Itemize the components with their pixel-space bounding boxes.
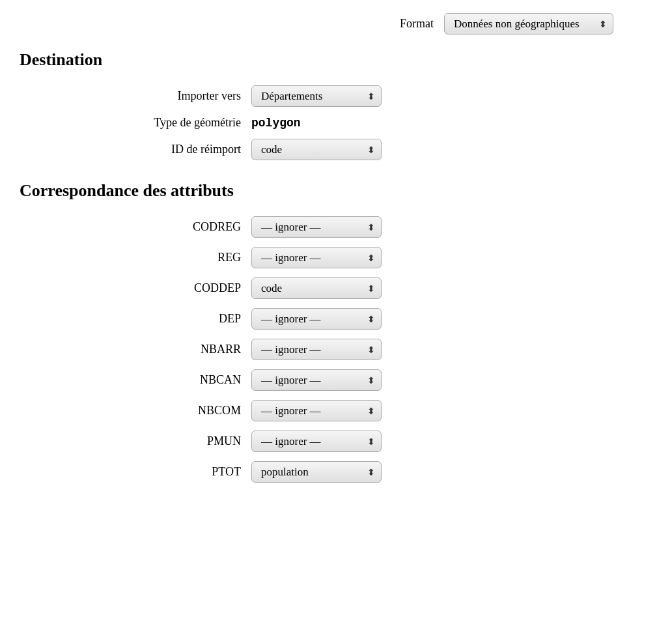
- attribute-label-nbarr: NBARR: [59, 343, 241, 356]
- attribute-label-nbcan: NBCAN: [59, 373, 241, 387]
- attribute-select-wrapper-pmun[interactable]: — ignorer —codenompopulation: [251, 431, 382, 452]
- attribute-select-reg[interactable]: — ignorer —codenompopulation: [251, 247, 382, 268]
- id-reimport-select[interactable]: code id nom: [251, 139, 382, 160]
- attribute-select-nbarr[interactable]: — ignorer —codenompopulation: [251, 339, 382, 360]
- attribute-row-coddep: CODDEP— ignorer —codenompopulation: [20, 277, 652, 299]
- attribute-row-ptot: PTOT— ignorer —codenompopulation: [20, 461, 652, 483]
- type-geometrie-row: Type de géométrie polygon: [20, 116, 652, 130]
- attribute-row-nbcan: NBCAN— ignorer —codenompopulation: [20, 369, 652, 391]
- attribute-select-wrapper-codreg[interactable]: — ignorer —codenompopulation: [251, 216, 382, 238]
- importer-vers-row: Importer vers Départements Régions Commu…: [20, 85, 652, 107]
- attribute-row-dep: DEP— ignorer —codenompopulation: [20, 308, 652, 330]
- type-geometrie-label: Type de géométrie: [59, 116, 241, 130]
- attribute-label-coddep: CODDEP: [59, 281, 241, 295]
- attribute-rows-container: CODREG— ignorer —codenompopulationREG— i…: [20, 216, 652, 483]
- attribute-select-nbcan[interactable]: — ignorer —codenompopulation: [251, 369, 382, 391]
- importer-vers-select-wrapper[interactable]: Départements Régions Communes: [251, 85, 382, 107]
- attribute-select-codreg[interactable]: — ignorer —codenompopulation: [251, 216, 382, 238]
- id-reimport-select-wrapper[interactable]: code id nom: [251, 139, 382, 160]
- attribute-select-wrapper-dep[interactable]: — ignorer —codenompopulation: [251, 308, 382, 330]
- attribute-select-wrapper-coddep[interactable]: — ignorer —codenompopulation: [251, 277, 382, 299]
- attribute-select-wrapper-ptot[interactable]: — ignorer —codenompopulation: [251, 461, 382, 483]
- type-geometrie-value: polygon: [251, 117, 301, 130]
- attribute-label-reg: REG: [59, 251, 241, 264]
- attribute-select-wrapper-nbarr[interactable]: — ignorer —codenompopulation: [251, 339, 382, 360]
- correspondance-section: Correspondance des attributs CODREG— ign…: [20, 181, 652, 483]
- importer-vers-select[interactable]: Départements Régions Communes: [251, 85, 382, 107]
- format-label: Format: [400, 17, 434, 31]
- attribute-select-nbcom[interactable]: — ignorer —codenompopulation: [251, 400, 382, 421]
- attribute-label-ptot: PTOT: [59, 465, 241, 479]
- attribute-select-dep[interactable]: — ignorer —codenompopulation: [251, 308, 382, 330]
- attribute-row-nbarr: NBARR— ignorer —codenompopulation: [20, 339, 652, 360]
- attribute-select-pmun[interactable]: — ignorer —codenompopulation: [251, 431, 382, 452]
- correspondance-heading: Correspondance des attributs: [20, 181, 652, 201]
- format-row: Format Données non géographiques: [20, 13, 652, 35]
- destination-heading: Destination: [20, 50, 652, 70]
- id-reimport-row: ID de réimport code id nom: [20, 139, 652, 160]
- id-reimport-label: ID de réimport: [59, 143, 241, 156]
- attribute-label-pmun: PMUN: [59, 434, 241, 448]
- attribute-row-pmun: PMUN— ignorer —codenompopulation: [20, 431, 652, 452]
- attribute-select-ptot[interactable]: — ignorer —codenompopulation: [251, 461, 382, 483]
- attribute-label-codreg: CODREG: [59, 220, 241, 234]
- attribute-select-coddep[interactable]: — ignorer —codenompopulation: [251, 277, 382, 299]
- attribute-row-nbcom: NBCOM— ignorer —codenompopulation: [20, 400, 652, 421]
- attribute-label-nbcom: NBCOM: [59, 404, 241, 418]
- attribute-row-codreg: CODREG— ignorer —codenompopulation: [20, 216, 652, 238]
- importer-vers-label: Importer vers: [59, 89, 241, 103]
- attribute-select-wrapper-nbcom[interactable]: — ignorer —codenompopulation: [251, 400, 382, 421]
- format-select-wrapper[interactable]: Données non géographiques: [444, 13, 613, 35]
- attribute-row-reg: REG— ignorer —codenompopulation: [20, 247, 652, 268]
- format-select[interactable]: Données non géographiques: [444, 13, 613, 35]
- attribute-select-wrapper-reg[interactable]: — ignorer —codenompopulation: [251, 247, 382, 268]
- attribute-select-wrapper-nbcan[interactable]: — ignorer —codenompopulation: [251, 369, 382, 391]
- attribute-label-dep: DEP: [59, 312, 241, 326]
- destination-section: Destination Importer vers Départements R…: [20, 50, 652, 160]
